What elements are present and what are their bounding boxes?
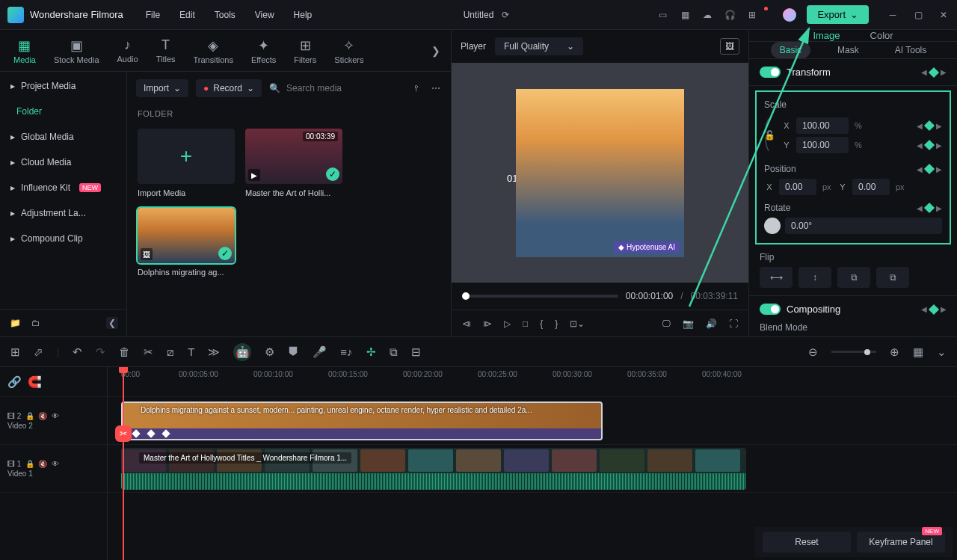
kf-add-icon[interactable] — [924, 164, 935, 174]
sidebar-adjustment-layer[interactable]: ▸Adjustment La... — [0, 200, 126, 226]
record-dropdown[interactable]: ●Record⌄ — [196, 79, 262, 97]
keyframe-dot[interactable] — [161, 429, 170, 437]
kf-next-icon[interactable]: ▶ — [936, 141, 942, 150]
zoom-in-icon[interactable]: ⊕ — [890, 345, 899, 359]
crop-icon[interactable]: ⧄ — [167, 345, 174, 359]
cloud-sync-icon[interactable]: ⟳ — [499, 9, 511, 21]
pos-x-input[interactable] — [779, 179, 816, 195]
track-v2[interactable]: Dolphins migrating against a sunset, mod… — [108, 397, 957, 445]
tab-audio[interactable]: ♪Audio — [110, 34, 146, 67]
marker-icon[interactable]: ⧉ — [390, 345, 398, 359]
kf-next-icon[interactable]: ▶ — [936, 122, 942, 130]
kf-next-icon[interactable]: ▶ — [941, 305, 947, 313]
shield-icon[interactable]: ⛊ — [288, 345, 299, 358]
kf-add-icon[interactable] — [924, 203, 935, 213]
transform-toggle[interactable] — [760, 67, 781, 78]
minimize-icon[interactable]: ─ — [887, 9, 899, 21]
subtab-basic[interactable]: Basic — [771, 42, 810, 58]
kf-next-icon[interactable]: ▶ — [936, 204, 942, 212]
snapshot-button[interactable]: 🖼 — [720, 38, 739, 55]
thumb-import[interactable]: + Import Media — [138, 129, 235, 197]
paste-button[interactable]: ⧉ — [876, 267, 909, 288]
zoom-head[interactable] — [864, 349, 870, 355]
subtab-mask[interactable]: Mask — [828, 42, 868, 58]
save-icon[interactable]: ▦ — [679, 9, 691, 21]
menu-file[interactable]: File — [146, 10, 160, 20]
kf-prev-icon[interactable]: ◀ — [921, 68, 927, 76]
tab-filters[interactable]: ⊞Filters — [286, 34, 324, 67]
tab-effects[interactable]: ✦Effects — [244, 34, 283, 67]
audio-icon[interactable]: ≡♪ — [340, 345, 352, 358]
rotate-dial[interactable] — [764, 218, 781, 234]
new-folder-icon[interactable]: 📁 — [9, 317, 21, 329]
close-icon[interactable]: ✕ — [938, 9, 950, 21]
sidebar-folder[interactable]: Folder — [0, 99, 126, 124]
tabs-more-icon[interactable]: ❯ — [427, 45, 445, 57]
menu-help[interactable]: Help — [294, 10, 313, 20]
maximize-icon[interactable]: ▢ — [912, 9, 924, 21]
kf-prev-icon[interactable]: ◀ — [917, 141, 923, 150]
link-icon[interactable]: 🔗 — [7, 375, 22, 389]
flip-v-button[interactable]: ↕ — [798, 267, 831, 288]
cloud-icon[interactable]: ☁ — [701, 9, 713, 21]
headset-icon[interactable]: 🎧 — [724, 9, 736, 21]
kf-prev-icon[interactable]: ◀ — [917, 204, 923, 212]
quality-select[interactable]: Full Quality⌄ — [495, 37, 583, 55]
prev-frame-button[interactable]: ⧏ — [462, 319, 471, 329]
copy-button[interactable]: ⧉ — [837, 267, 870, 288]
kf-prev-icon[interactable]: ◀ — [921, 305, 927, 313]
tab-titles[interactable]: TTitles — [149, 34, 183, 67]
menu-edit[interactable]: Edit — [179, 10, 195, 20]
kf-add-icon[interactable] — [929, 304, 939, 314]
export-button[interactable]: Export ⌄ — [807, 5, 869, 24]
auto-icon[interactable]: ✢ — [366, 345, 376, 359]
track-v1[interactable]: Master the Art of Hollywood Titles _ Won… — [108, 445, 957, 493]
play-button[interactable]: ▷ — [504, 319, 511, 329]
display-button[interactable]: 🖵 — [662, 319, 671, 329]
camera-button[interactable]: 📷 — [683, 319, 694, 329]
time-ruler[interactable]: 00:00 00:00:05:00 00:00:10:00 00:00:15:0… — [108, 367, 957, 397]
text-icon[interactable]: T — [188, 345, 194, 358]
subtab-ai-tools[interactable]: AI Tools — [886, 42, 935, 58]
screen-icon[interactable]: ▭ — [656, 9, 668, 21]
seek-bar[interactable] — [462, 295, 618, 298]
view-mode-icon[interactable]: ▦ — [913, 345, 923, 359]
kf-prev-icon[interactable]: ◀ — [917, 122, 923, 130]
delete-icon[interactable]: 🗑 — [119, 345, 130, 358]
next-frame-button[interactable]: ⧐ — [483, 319, 492, 329]
tab-color[interactable]: Color — [870, 30, 893, 41]
menu-view[interactable]: View — [255, 10, 274, 20]
kf-next-icon[interactable]: ▶ — [936, 165, 942, 173]
zoom-slider[interactable] — [831, 351, 876, 353]
sidebar-influence-kit[interactable]: ▸Influence KitNEW — [0, 175, 126, 200]
zoom-out-icon[interactable]: ⊖ — [808, 345, 818, 359]
speed-icon[interactable]: ⚙ — [265, 345, 274, 359]
keyframe-track[interactable] — [123, 428, 601, 439]
apps-icon[interactable]: ⊞ — [746, 9, 758, 21]
more-tools-icon[interactable]: ≫ — [208, 345, 220, 359]
folder-icon[interactable]: 🗀 — [30, 317, 42, 329]
stop-button[interactable]: □ — [523, 319, 528, 329]
keyframe-dot[interactable] — [132, 429, 140, 437]
seek-head[interactable] — [462, 292, 470, 300]
fullscreen-button[interactable]: ⛶ — [729, 319, 738, 329]
filter-icon[interactable]: ⫯ — [410, 82, 422, 94]
kf-add-icon[interactable] — [929, 67, 939, 77]
thumb-dolphins[interactable]: 🖼✓ Dolphins migrating ag... — [138, 208, 235, 277]
flip-h-button[interactable]: ⟷ — [760, 267, 793, 288]
grid-icon[interactable]: ⊞ — [10, 345, 20, 359]
redo-icon[interactable]: ↷ — [96, 345, 105, 359]
search-input[interactable] — [286, 83, 376, 93]
rotate-input[interactable] — [785, 218, 942, 234]
magnet-icon[interactable]: 🧲 — [28, 375, 42, 389]
pointer-icon[interactable]: ⬀ — [34, 345, 43, 359]
volume-button[interactable]: 🔊 — [706, 319, 717, 329]
kf-next-icon[interactable]: ▶ — [941, 68, 947, 76]
sidebar-global-media[interactable]: ▸Global Media — [0, 124, 126, 150]
kf-add-icon[interactable] — [924, 120, 935, 131]
collapse-icon[interactable]: ❮ — [106, 317, 118, 329]
more-icon[interactable]: ⋯ — [430, 82, 442, 94]
caption-icon[interactable]: ⊟ — [411, 345, 421, 359]
split-icon[interactable]: ✂ — [144, 345, 153, 359]
thumb-hollywood[interactable]: 00:03:39▶✓ Master the Art of Holli... — [245, 129, 342, 197]
